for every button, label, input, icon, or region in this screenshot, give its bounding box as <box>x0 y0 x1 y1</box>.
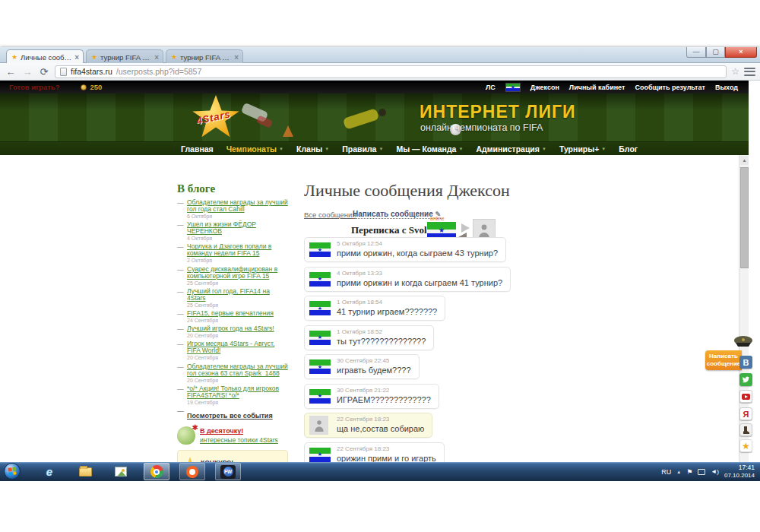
scroll-up-icon[interactable]: ▲ <box>740 156 749 165</box>
language-indicator[interactable]: RU <box>661 468 671 476</box>
private-messages-link[interactable]: ЛС <box>486 84 496 91</box>
browser-tab[interactable]: ★ турнир FIFA World Cup-... × <box>166 49 243 63</box>
username-link[interactable]: Джексон <box>530 84 559 91</box>
message-date: 30 Сентября 21:22 <box>337 387 431 394</box>
ready-to-play-link[interactable]: Готов играть? <box>9 83 59 91</box>
logout-link[interactable]: Выход <box>715 84 738 91</box>
cabinet-link[interactable]: Личный кабинет <box>569 84 625 91</box>
network-icon[interactable] <box>698 469 705 475</box>
blog-link[interactable]: Обладателем награды за лучший гол сезона… <box>187 363 288 377</box>
taskbar-fifa-world-button[interactable]: FW <box>215 463 241 480</box>
start-button[interactable] <box>4 463 21 480</box>
sender-flag-icon <box>309 389 331 404</box>
yandex-icon[interactable]: Я <box>739 407 752 420</box>
message-card: 30 Сентября 22:45 игравть будем???? <box>304 354 420 379</box>
write-message-link[interactable]: Написать сообщение ✎ <box>353 210 441 219</box>
twitter-icon[interactable] <box>739 373 752 386</box>
reload-icon[interactable]: ⟳ <box>38 67 50 77</box>
tab-title: Личные сообщения Дж... <box>21 53 71 62</box>
windows-logo-icon <box>8 467 16 475</box>
blog-link[interactable]: FIFA15, первые впечатления <box>187 310 288 317</box>
blog-date: 19 Сентября <box>187 400 288 406</box>
tab-close-icon[interactable]: × <box>234 54 239 61</box>
blog-link[interactable]: Суарес дисквалифицирован в компьютерной … <box>187 266 288 280</box>
blog-date: 20 Сентября <box>187 333 288 339</box>
blog-link[interactable]: Чорлука и Дзагоев попали в команду недел… <box>187 243 288 257</box>
youtube-icon[interactable] <box>739 390 752 403</box>
message-date: 1 Октября 18:54 <box>337 299 437 306</box>
message-text: ты тут?????????????? <box>337 336 426 347</box>
fourstars-icon[interactable]: ★ <box>739 439 752 452</box>
nav-item-team[interactable]: Мы — Команда▼ <box>396 144 463 154</box>
minimize-button[interactable]: — <box>686 47 706 58</box>
nav-item-home[interactable]: Главная <box>181 144 214 154</box>
close-button[interactable]: × <box>725 47 757 58</box>
origin-icon <box>186 466 198 478</box>
back-icon[interactable]: ← <box>5 67 17 77</box>
bookmark-star-icon[interactable]: ☆ <box>731 66 739 77</box>
taskbar-explorer-button[interactable] <box>72 463 98 480</box>
tab-strip: ★ Личные сообщения Дж... × ★ турнир FIFA… <box>0 47 760 63</box>
message-card: 22 Сентября 18:23 орижин прими и го игар… <box>304 442 445 463</box>
browser-tab[interactable]: ★ турнир FIFA World Cup-... × <box>86 49 163 63</box>
interesting-topics-link[interactable]: интересные топики 4Stars <box>200 436 278 444</box>
browser-window: ★ Личные сообщения Дж... × ★ турнир FIFA… <box>0 47 760 462</box>
tab-close-icon[interactable]: × <box>74 54 79 61</box>
next-conversation-arrow-icon[interactable] <box>461 223 470 233</box>
scrollbar-thumb[interactable] <box>740 167 749 268</box>
nav-item-blog[interactable]: Блог <box>619 144 638 154</box>
url-path: /userposts.php?id=5857 <box>116 67 201 76</box>
blog-link[interactable]: Ушел из жизни ФЁДОР ЧЕРЕНКОВ <box>187 221 288 235</box>
nav-item-administration[interactable]: Администрация▼ <box>476 144 546 154</box>
top-ten-link[interactable]: В десяточку! <box>200 427 278 435</box>
taskbar-clock[interactable]: 17:41 07.10.2014 <box>724 464 757 479</box>
taskbar-origin-button[interactable] <box>179 463 205 480</box>
system-tray: RU ▲ ⚑ ◄) 17:41 07.10.2014 <box>661 462 757 481</box>
chevron-down-icon: ▼ <box>601 147 606 151</box>
maximize-button[interactable]: ▢ <box>706 47 725 58</box>
blog-link[interactable]: Лучший гол года, FIFA14 на 4Stars <box>187 288 288 302</box>
message-card: 1 Октября 18:52 ты тут?????????????? <box>304 325 434 350</box>
tray-expand-icon[interactable]: ▲ <box>676 470 681 474</box>
site-favicon-icon: ★ <box>11 54 17 61</box>
browser-tab-active[interactable]: ★ Личные сообщения Дж... × <box>6 49 84 63</box>
report-result-link[interactable]: Сообщить результат <box>635 84 705 91</box>
own-avatar <box>309 416 328 435</box>
contest-widget: 4 КОНКУРС! ГОЛОСОВАНИЕ! 4Stars лучший! В… <box>177 450 288 462</box>
vk-icon[interactable]: В <box>739 356 752 369</box>
coin-icon <box>81 84 87 90</box>
chevron-down-icon: ▼ <box>378 147 383 151</box>
taskbar-viewer-button[interactable] <box>108 463 134 480</box>
nav-item-rules[interactable]: Правила▼ <box>342 144 383 154</box>
volume-icon[interactable]: ◄) <box>711 468 719 475</box>
address-bar[interactable]: fifa4stars.ru/userposts.php?id=5857 <box>55 65 727 78</box>
nav-item-clans[interactable]: Кланы▼ <box>296 144 329 154</box>
blog-link[interactable]: Игрок месяца 4Stars - Август, FIFA World… <box>187 340 288 354</box>
taskbar-chrome-button[interactable] <box>144 463 169 480</box>
nav-item-tournaments[interactable]: Турниры+▼ <box>559 144 606 154</box>
messages-panel: Личные сообщения Джексон Все сообщения Н… <box>304 181 532 200</box>
taskbar-ie-button[interactable]: e <box>36 463 62 480</box>
boot-icon[interactable] <box>739 423 752 436</box>
blog-link[interactable]: Лучший игрок года на 4Stars! <box>187 325 288 332</box>
message-card: 30 Сентября 21:22 ИГРАЕМ????????????? <box>304 384 439 409</box>
nav-item-championships[interactable]: Чемпионаты▼ <box>226 144 283 154</box>
blog-item: — Обладателем награды за лучший гол сезо… <box>177 363 288 384</box>
sender-flag-icon <box>309 448 331 462</box>
all-messages-link[interactable]: Все сообщения <box>304 211 356 219</box>
forward-icon[interactable]: → <box>21 67 33 77</box>
blog-link[interactable]: Обладателем награды за лучший гол года с… <box>187 199 288 213</box>
chevron-down-icon: ▼ <box>279 147 283 151</box>
feedback-tab-button[interactable]: Написать сообщение <box>705 350 742 370</box>
browser-toolbar: ← → ⟳ fifa4stars.ru/userposts.php?id=585… <box>0 63 760 81</box>
site-favicon-icon: ★ <box>171 54 177 61</box>
page-icon <box>60 68 67 76</box>
view-all-events-link[interactable]: Посмотреть все события <box>187 412 273 420</box>
message-date: 22 Сентября 18:23 <box>337 445 436 453</box>
sender-flag-icon <box>309 359 331 374</box>
chrome-menu-icon[interactable] <box>744 68 755 76</box>
action-center-flag-icon[interactable]: ⚑ <box>686 468 692 476</box>
message-text: прими орижин и когда сыграем 41 турнир? <box>337 277 502 288</box>
blog-link[interactable]: *о/* Акция! Только для игроков FIFA4STAR… <box>187 385 288 399</box>
tab-close-icon[interactable]: × <box>154 54 159 61</box>
